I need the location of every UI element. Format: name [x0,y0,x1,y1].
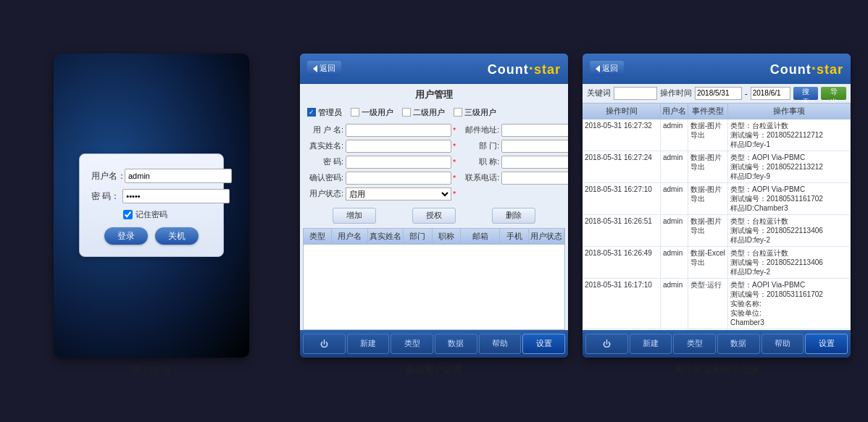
user-type-row: ✓ 管理员 一级用户 二级用户 三级用户 [300,104,568,121]
log-back-button[interactable]: 返回 [590,61,624,76]
user-type-admin[interactable]: ✓ 管理员 [307,107,342,118]
user-footer-power[interactable]: ⏻ [303,334,346,354]
user-mgmt-caption: 多级用户管理 [300,363,568,376]
log-footer-data[interactable]: 数据 [717,334,760,354]
user-back-button[interactable]: 返回 [307,61,341,76]
search-keyword-input[interactable] [614,87,657,100]
level2-checkbox[interactable] [402,108,411,117]
form-phone-input[interactable] [501,172,568,185]
log-row-6[interactable]: 2018-05-31 16:17:10 admin 类型·运行 类型：AOPI … [583,279,851,329]
action-buttons: 增加 授权 删除 [300,203,568,228]
col-status-header: 用户状态 [529,229,564,244]
user-footer-type[interactable]: 类型 [391,334,433,354]
log-ops-1: 类型：台粒蓝计数测试编号：20180522112712样品ID:fey-1 [728,119,851,151]
log-row-5[interactable]: 2018-05-31 16:26:49 admin 数据-Excel导出 类型：… [583,247,851,279]
form-realname-input[interactable] [346,140,451,153]
log-footer-type[interactable]: 类型 [673,334,716,354]
date-from-input[interactable] [695,87,742,100]
log-power-icon: ⏻ [603,339,611,348]
log-row-1[interactable]: 2018-05-31 16:27:32 admin 数据-图片导出 类型：台粒蓝… [583,119,851,151]
level1-checkbox[interactable] [351,108,359,117]
log-table-header: 操作时间 用户名 事件类型 操作事项 [583,103,851,119]
form-dept-input[interactable] [501,140,568,153]
date-to-input[interactable] [751,87,790,100]
log-time-2: 2018-05-31 16:27:24 [583,151,661,182]
username-row: 用户名： [91,169,212,183]
username-input[interactable] [125,169,232,183]
log-panel-footer: ⏻ 新建 类型 数据 帮助 设置 [583,330,851,358]
user-section-title: 用户管理 [300,84,568,104]
export-button[interactable]: 导出 [821,87,846,100]
log-back-arrow-icon [596,65,600,72]
user-panel-header: 返回 Count·star [300,54,568,84]
form-username-input[interactable] [346,124,451,137]
col-email-header: 邮箱 [461,229,500,244]
form-job-input[interactable] [501,156,568,169]
log-evtype-5: 数据-Excel导出 [688,247,728,278]
user-type-level3[interactable]: 三级用户 [454,107,496,118]
remember-checkbox[interactable] [123,210,133,219]
form-username-label: 用 户 名: [306,125,343,135]
log-footer-power[interactable]: ⏻ [585,334,628,354]
date-separator: - [745,89,748,98]
email-form-row: 邮件地址: [462,124,568,137]
log-evtype-1: 数据-图片导出 [688,119,728,151]
form-status-select[interactable]: 启用 禁用 [346,187,451,201]
search-bar: 关键词 操作时间 - 搜索 导出 [583,84,851,103]
log-footer-new[interactable]: 新建 [630,334,672,354]
log-brand-dot: · [811,59,817,77]
login-caption: 用户登陆 [17,363,285,376]
login-box: 用户名： 密 码： 记住密码 登录 关机 [79,153,224,257]
user-footer-help[interactable]: 帮助 [479,334,522,354]
log-brand-part2: star [817,62,843,77]
form-phone-label: 联系电话: [462,172,499,183]
back-arrow-icon [313,65,317,72]
realname-form-row: 真实姓名: * [306,140,456,153]
password-input[interactable] [122,189,230,203]
log-time-5: 2018-05-31 16:26:49 [583,247,661,278]
confirm-form-row: 确认密码: * [306,172,456,185]
log-user-4: admin [661,215,688,246]
user-type-level1[interactable]: 一级用户 [351,107,393,118]
col-username-header: 用户名 [332,229,367,244]
log-user-6: admin [661,279,688,329]
brand-logo: Count·star [488,59,561,78]
log-footer-help[interactable]: 帮助 [761,334,804,354]
log-user-5: admin [661,247,688,278]
user-panel-footer: ⏻ 新建 类型 数据 帮助 设置 [300,330,568,358]
user-type-level2[interactable]: 二级用户 [402,107,445,118]
log-evtype-3: 数据-图片导出 [688,183,728,214]
search-keyword-label: 关键词 [587,88,611,98]
log-row-3[interactable]: 2018-05-31 16:27:10 admin 数据-图片导出 类型：AOP… [583,183,851,215]
log-row-2[interactable]: 2018-05-31 16:27:24 admin 数据-图片导出 类型：AOP… [583,151,851,183]
log-row-4[interactable]: 2018-05-31 16:26:51 admin 数据-图片导出 类型：台粒蓝… [583,215,851,247]
form-email-input[interactable] [501,124,568,137]
admin-checkbox[interactable]: ✓ [307,108,316,117]
remember-row[interactable]: 记住密码 [123,209,212,220]
user-footer-settings[interactable]: 设置 [522,334,565,354]
log-footer-settings[interactable]: 设置 [805,334,848,354]
log-caption: 电子签名和电子记录 [583,363,851,376]
form-password-input[interactable] [346,156,451,169]
log-ops-2: 类型：AOPI Via-PBMC测试编号：20180522113212样品ID:… [728,151,851,182]
log-evtype-6: 类型·运行 [688,279,728,329]
log-user-2: admin [661,151,688,182]
log-col-time-header: 操作时间 [583,104,661,119]
log-panel: 返回 Count·star 关键词 操作时间 - 搜索 导出 [583,54,851,358]
log-evtype-2: 数据-图片导出 [688,151,728,182]
log-time-4: 2018-05-31 16:26:51 [583,215,661,246]
close-button[interactable]: 关机 [155,227,199,245]
log-brand-logo: Count·star [770,59,843,78]
user-footer-new[interactable]: 新建 [347,334,390,354]
user-footer-data[interactable]: 数据 [435,334,477,354]
authorize-button[interactable]: 授权 [412,208,456,224]
search-button[interactable]: 搜索 [793,87,819,100]
log-col-ops-header: 操作事项 [728,104,851,119]
delete-user-button[interactable]: 删除 [492,208,535,224]
user-management-panel: 返回 Count·star 用户管理 ✓ 管理员 一级用户 [300,54,568,358]
login-button[interactable]: 登录 [104,227,148,245]
level3-checkbox[interactable] [454,108,462,117]
log-col-evtype-header: 事件类型 [688,104,728,119]
form-confirm-input[interactable] [346,172,451,185]
add-user-button[interactable]: 增加 [333,208,376,224]
